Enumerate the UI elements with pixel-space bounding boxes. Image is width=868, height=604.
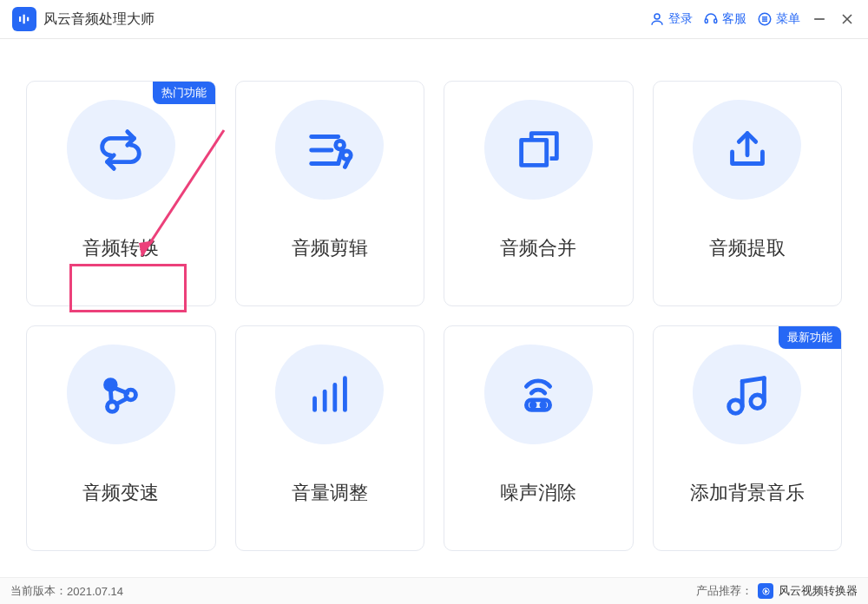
edit-icon — [273, 98, 386, 202]
service-button[interactable]: 客服 — [703, 11, 746, 27]
svg-point-30 — [532, 403, 536, 406]
service-label: 客服 — [722, 11, 746, 27]
card-audio-speed[interactable]: 音频变速 — [26, 325, 216, 551]
menu-button[interactable]: 菜单 — [757, 11, 800, 27]
card-label: 音频转换 — [67, 228, 174, 268]
card-label: 音频变速 — [67, 473, 174, 513]
card-label: 音频合并 — [484, 228, 592, 268]
svg-point-3 — [654, 14, 660, 19]
app-logo-icon — [12, 7, 36, 31]
version-label: 当前版本： — [10, 583, 67, 599]
svg-rect-5 — [714, 19, 717, 23]
music-icon — [691, 343, 804, 447]
feature-grid: 热门功能 音频转换 音频剪辑 音频合并 音频提取 音频变速 音量调整 — [0, 39, 868, 577]
extract-icon — [691, 98, 804, 202]
card-noise-removal[interactable]: 噪声消除 — [444, 325, 634, 551]
card-label: 音频提取 — [694, 228, 801, 268]
svg-line-36 — [742, 378, 764, 381]
card-audio-extract[interactable]: 音频提取 — [653, 81, 843, 306]
speed-icon — [64, 343, 177, 447]
close-button[interactable] — [838, 10, 856, 28]
merge-icon — [482, 98, 595, 202]
app-title: 风云音频处理大师 — [43, 10, 155, 29]
login-label: 登录 — [668, 11, 693, 27]
menu-label: 菜单 — [776, 11, 800, 27]
svg-rect-4 — [705, 19, 707, 23]
card-audio-merge[interactable]: 音频合并 — [444, 81, 634, 306]
card-add-bgm[interactable]: 最新功能 添加背景音乐 — [653, 325, 843, 551]
recommend-product-icon — [758, 583, 773, 599]
volume-icon — [273, 343, 386, 447]
svg-rect-1 — [23, 15, 25, 24]
convert-icon — [64, 98, 177, 202]
login-button[interactable]: 登录 — [649, 11, 693, 27]
version-value: 2021.07.14 — [67, 585, 123, 598]
card-label: 音量调整 — [276, 473, 384, 513]
card-label: 添加背景音乐 — [674, 473, 820, 513]
svg-rect-2 — [27, 17, 29, 22]
svg-rect-20 — [522, 140, 547, 165]
card-label: 噪声消除 — [484, 473, 592, 513]
footer: 当前版本： 2021.07.14 产品推荐： 风云视频转换器 — [0, 577, 868, 604]
svg-rect-0 — [19, 16, 21, 22]
recommend-product[interactable]: 风云视频转换器 — [779, 583, 858, 599]
card-audio-convert[interactable]: 热门功能 音频转换 — [26, 81, 216, 306]
minimize-button[interactable] — [811, 10, 828, 28]
titlebar: 风云音频处理大师 登录 客服 菜单 — [0, 0, 868, 39]
card-audio-edit[interactable]: 音频剪辑 — [235, 81, 425, 306]
noise-icon — [482, 343, 595, 447]
card-volume-adjust[interactable]: 音量调整 — [235, 325, 425, 551]
recommend-label: 产品推荐： — [696, 583, 753, 599]
svg-point-31 — [542, 403, 545, 406]
card-label: 音频剪辑 — [276, 228, 384, 268]
